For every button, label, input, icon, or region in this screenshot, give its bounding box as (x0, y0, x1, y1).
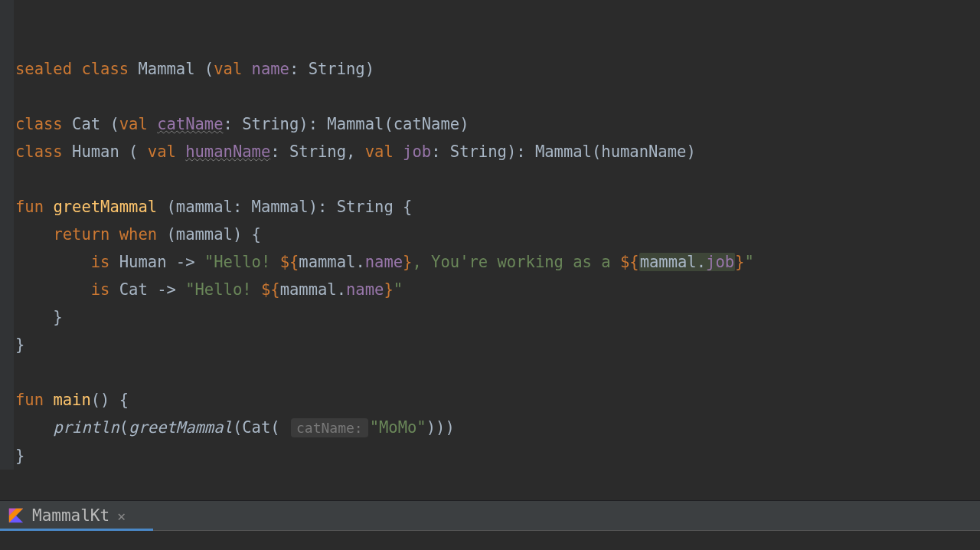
type-string: String (289, 142, 346, 161)
str-human-c: " (744, 253, 753, 271)
active-tab-indicator (0, 529, 153, 531)
code-editor[interactable]: sealed class Mammal (val name: String) c… (0, 0, 980, 470)
kw-return: return (53, 225, 109, 244)
prop-humanname: humanName (185, 142, 270, 161)
when-subject: mammal (176, 225, 233, 244)
kw-val: val (148, 142, 176, 161)
fn-greet-call: greetMammal (129, 418, 233, 437)
tmpl-close3: } (384, 280, 393, 299)
kw-val: val (214, 60, 242, 78)
kw-class: class (15, 142, 63, 161)
run-console[interactable]: "/Applications/Android Studio.app/Conten… (0, 531, 980, 550)
kw-val: val (365, 142, 394, 161)
cls-mammal: Mammal (138, 60, 194, 78)
type-string: String (337, 198, 394, 216)
type-mammal: Mammal (252, 198, 309, 216)
tmpl-close: } (403, 253, 412, 271)
str-human-b: , You're working as a (412, 253, 620, 271)
str-cat-b: " (394, 280, 403, 299)
kw-class: class (15, 115, 63, 133)
kw-is: is (91, 280, 110, 299)
prop-name: name (252, 60, 289, 78)
kw-val: val (119, 115, 148, 133)
cls-cat-ref: Cat (119, 280, 148, 299)
expr-mammal2: mammal (640, 253, 697, 271)
kw-fun2: fun (15, 391, 44, 409)
run-tool-tabbar: MammalKt ✕ (0, 500, 980, 531)
cls-mammal-ref: Mammal (327, 115, 384, 133)
cls-human-ref: Human (119, 253, 167, 271)
tmpl-open: ${ (280, 253, 299, 271)
tmpl-close2: } (735, 253, 744, 271)
kw-sealed: sealed (15, 60, 72, 78)
cls-human: Human (72, 142, 119, 161)
arg-humanname: humanName (601, 142, 686, 161)
close-icon[interactable]: ✕ (117, 508, 126, 524)
fn-println: println (53, 418, 119, 437)
param-hint-catname: catName: (291, 418, 368, 437)
run-tab-label[interactable]: MammalKt (32, 506, 109, 525)
type-string: String (309, 60, 365, 78)
kw-when: when (119, 225, 157, 244)
kw-fun: fun (15, 198, 44, 216)
expr-mammal3: mammal (280, 280, 337, 299)
editor-gutter (0, 0, 14, 470)
str-momo: "MoMo" (370, 418, 426, 437)
fn-main: main (53, 391, 90, 409)
arg-catname: catName (394, 115, 459, 133)
str-cat-a: "Hello! (185, 280, 261, 299)
cls-cat-ctor: Cat (242, 418, 270, 437)
cls-cat: Cat (72, 115, 100, 133)
param-mammal: mammal (176, 198, 233, 216)
expr-name: name (365, 253, 403, 271)
editor-bottom-gap (0, 470, 980, 500)
kw-is: is (91, 253, 110, 271)
fn-greet: greetMammal (53, 198, 157, 216)
tmpl-open2: ${ (620, 253, 639, 271)
tmpl-open3: ${ (261, 280, 280, 299)
type-string: String (242, 115, 299, 133)
str-human-a: "Hello! (204, 253, 280, 271)
prop-job: job (403, 142, 431, 161)
expr-job: job (706, 253, 734, 271)
expr-mammal: mammal (299, 253, 355, 271)
arrow2: -> (157, 280, 176, 299)
kw-class: class (81, 60, 129, 78)
prop-catname: catName (157, 115, 223, 133)
type-string: String (450, 142, 507, 161)
kotlin-file-icon (8, 507, 24, 524)
cls-mammal-ref2: Mammal (535, 142, 592, 161)
expr-name2: name (346, 280, 384, 299)
arrow: -> (176, 253, 195, 271)
